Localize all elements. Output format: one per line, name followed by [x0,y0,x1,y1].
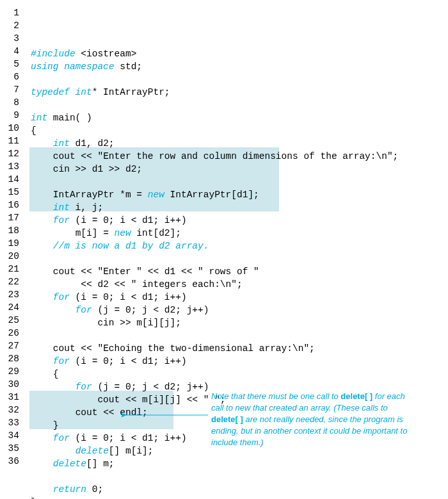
token-nm: <iostream> [76,49,137,59]
code-line [31,176,442,188]
line-number: 19 [6,237,19,250]
token-kw: delete [76,446,109,456]
line-number: 10 [6,122,19,135]
code-line: typedef int* IntArrayPtr; [31,86,442,99]
line-number-gutter: 1234567891011121314151617181920212223242… [6,6,31,499]
code-line: for (i = 0; i < d1; i++) [31,355,442,368]
code-line: int i, j; [31,201,442,214]
token-kw: for [53,215,70,225]
token-nm: IntArrayPtr[d1]; [164,190,259,200]
token-kw: for [53,356,70,366]
token-nm: cout << "Enter " << d1 << " rows of " [53,266,259,277]
code-line: { [31,124,442,137]
token-nm: d1, d2; [70,138,115,149]
token-kw: int [53,138,70,149]
line-number: 16 [6,199,19,211]
line-number: 20 [6,250,19,263]
line-number: 13 [6,160,19,173]
code-line: return 0; [31,483,442,496]
token-kw: for [53,292,70,302]
code-line: using namespace std; [31,60,442,73]
code-line: delete[] m; [31,457,442,470]
line-number: 25 [6,314,19,327]
token-nm: * IntArrayPtr; [92,87,170,97]
code-line: for (j = 0; j < d2; j++) [31,304,442,316]
line-number: 33 [6,416,19,429]
token-nm: (j = 0; j < d2; j++) [92,305,209,315]
token-kw: typedef int [31,87,92,97]
line-number: 34 [6,429,19,442]
token-nm: cout << "Enter the row and column dimens… [53,151,399,161]
annotation-part: Note that there must be one call to [211,391,340,401]
annotation-bold: delete[ ] [340,391,372,401]
token-nm: int[d2]; [131,228,181,238]
token-kw: return [53,484,86,495]
token-nm: i, j; [70,202,103,213]
line-number: 24 [6,301,19,314]
code-line: int main( ) [31,111,442,124]
code-line [31,470,442,483]
code-line: //m is now a d1 by d2 array. [31,240,442,252]
line-number: 21 [6,263,19,275]
line-number: 23 [6,288,19,301]
line-number: 7 [6,83,19,96]
token-nm: [] m; [86,459,115,469]
token-kw: #include [31,49,76,59]
token-nm: (j = 0; j < d2; j++) [92,382,209,392]
token-nm: << d2 << " integers each:\n"; [76,279,243,290]
line-number: 28 [6,352,19,365]
code-line [31,99,442,111]
token-nm: main( ) [47,113,92,123]
token-kw: for [76,382,92,392]
annotation-text: Note that there must be one call to dele… [211,391,416,448]
token-nm: (i = 0; i < d1; i++) [70,433,187,443]
line-number: 6 [6,70,19,83]
code-line [31,73,442,86]
annotation-arrow [122,410,211,423]
code-line: for (i = 0; i < d1; i++) [31,291,442,304]
token-nm: { [31,126,36,136]
line-number: 35 [6,442,19,455]
token-kw: new [115,228,131,238]
token-nm: cout << "Echoing the two-dimensional arr… [53,343,315,354]
line-number: 9 [6,109,19,122]
line-number: 18 [6,224,19,237]
code-line [31,329,442,342]
code-line: #include <iostream> [31,47,442,60]
code-line: int d1, d2; [31,137,442,150]
line-number: 12 [6,147,19,160]
line-number: 30 [6,378,19,391]
token-nm: IntArrayPtr *m = [53,190,148,200]
code-line: << d2 << " integers each:\n"; [31,278,442,291]
line-number: 4 [6,45,19,58]
token-kw: for [76,305,92,315]
line-number: 1 [6,6,19,19]
line-number: 17 [6,211,19,224]
code-line: cout << "Enter the row and column dimens… [31,150,442,163]
token-kw: new [148,190,164,200]
line-number: 3 [6,32,19,45]
token-nm: (i = 0; i < d1; i++) [70,215,187,225]
code-line: cin >> m[i][j]; [31,316,442,329]
token-nm: std; [115,61,143,72]
token-nm: (i = 0; i < d1; i++) [70,292,187,302]
line-number: 26 [6,327,19,339]
token-kw: for [53,433,70,443]
code-line: m[i] = new int[d2]; [31,227,442,240]
token-nm: } [53,420,59,430]
code-line: for (i = 0; i < d1; i++) [31,214,442,227]
code-line: IntArrayPtr *m = new IntArrayPtr[d1]; [31,188,442,201]
token-cm: //m is now a d1 by d2 array. [53,241,209,251]
code-line: cout << "Echoing the two-dimensional arr… [31,342,442,355]
token-nm: { [53,369,59,379]
line-number: 8 [6,96,19,109]
line-number: 31 [6,391,19,404]
line-number: 29 [6,365,19,378]
token-nm: (i = 0; i < d1; i++) [70,356,187,366]
line-number: 14 [6,173,19,186]
code-line: } [31,496,442,499]
token-nm: cin >> d1 >> d2; [53,164,142,174]
token-nm: 0; [86,484,103,495]
token-kw: int [31,113,47,123]
line-number: 22 [6,275,19,288]
